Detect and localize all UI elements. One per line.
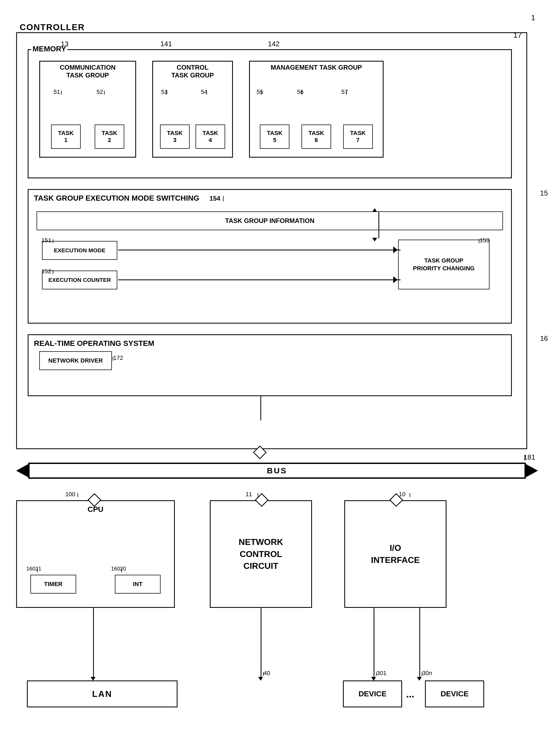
diagram-root: 1 17 CONTROLLER MEMORY 13 141 142 COMMUN… [11, 11, 549, 737]
tick-57 [346, 90, 347, 95]
tick-51 [61, 90, 62, 95]
ref-142: 142 [268, 40, 279, 48]
execution-mode-label: EXECUTION MODE [54, 247, 105, 253]
controller-title: CONTROLLER [20, 22, 85, 32]
arrow-priority-up [378, 211, 379, 238]
ref-52: 52 [97, 88, 103, 96]
arrowhead-counter-to-priority [393, 276, 398, 283]
ref-181: 181 [524, 453, 535, 462]
ref-13: 13 [61, 40, 68, 48]
tick-53 [166, 90, 166, 95]
device1-box: DEVICE [343, 680, 402, 707]
task-4-box: TASK4 [196, 124, 225, 149]
controller-box: CONTROLLER MEMORY 13 141 142 COMMUNICATI… [16, 32, 527, 449]
comm-tasks-row: TASK1 TASK2 [40, 122, 135, 151]
ref-16020: 16020 [111, 566, 126, 572]
execution-counter-box: EXECUTION COUNTER [42, 270, 117, 289]
tick-10 [409, 493, 410, 497]
tick-55 [261, 90, 262, 95]
bus-inner: BUS [29, 464, 524, 477]
dots: ... [406, 689, 414, 700]
arrowhead-to-priority [393, 246, 398, 253]
int-box: INT [115, 575, 161, 594]
bus-label: BUS [267, 466, 287, 475]
tick-16020 [121, 568, 122, 572]
network-driver-label: NETWORK DRIVER [48, 357, 103, 364]
bus-section: BUS 181 [16, 463, 538, 479]
tick-30n [422, 672, 422, 676]
device1-label: DEVICE [359, 690, 386, 698]
mgmt-task-group-box: MANAGEMENT TASK GROUP 55 56 57 TASK5 TAS… [249, 61, 383, 158]
ref-100: 100 [65, 491, 75, 498]
ref-40: 40 [264, 670, 270, 677]
rtos-box: REAL-TIME OPERATING SYSTEM NETWORK DRIVE… [28, 334, 512, 396]
ctrl-task-group-box: CONTROLTASK GROUP 53 54 TASK3 TASK4 [152, 61, 233, 158]
tg-info-label: TASK GROUP INFORMATION [225, 217, 315, 225]
vline-cpu-lan [93, 608, 94, 678]
ref-16: 16 [540, 334, 548, 343]
exec-mode-box: TASK GROUP EXECUTION MODE SWITCHING 154 … [28, 189, 512, 324]
ref-16021: 16021 [26, 566, 41, 572]
vline-rtos-to-bus [260, 396, 261, 420]
ref-56: 56 [297, 88, 303, 96]
execution-counter-label: EXECUTION COUNTER [48, 277, 111, 283]
tick-181 [524, 455, 525, 461]
arrowhead-io-dev2 [417, 677, 422, 681]
execution-mode-box: EXECUTION MODE [42, 241, 117, 260]
network-driver-box: NETWORK DRIVER [39, 351, 112, 370]
ref-51: 51 [54, 88, 60, 96]
task-1-box: TASK1 [51, 124, 81, 149]
mgmt-task-group-title: MANAGEMENT TASK GROUP [250, 62, 383, 74]
task-5-box: TASK5 [260, 124, 289, 149]
io-box: 10 I/OINTERFACE [344, 500, 446, 608]
tick-11 [258, 493, 258, 497]
timer-label: TIMER [44, 581, 62, 588]
ref-141: 141 [160, 40, 172, 48]
rtos-title: REAL-TIME OPERATING SYSTEM [28, 335, 511, 349]
tg-info-bar: TASK GROUP INFORMATION [37, 211, 503, 230]
tick-100 [78, 493, 78, 497]
tg-priority-box: TASK GROUPPRIORITY CHANGING [398, 240, 489, 289]
ref-1: 1 [531, 14, 535, 22]
int-label: INT [133, 581, 142, 588]
cpu-box: CPU 100 16021 16020 TIMER INT [16, 500, 175, 608]
arrow-counter-to-priority-h [118, 280, 400, 280]
task-7-box: TASK7 [343, 124, 373, 149]
vline-io-dev1 [374, 608, 375, 678]
ref-10: 10 [399, 491, 405, 498]
exec-mode-title: TASK GROUP EXECUTION MODE SWITCHING 154 [28, 190, 511, 204]
memory-box: MEMORY 13 141 142 COMMUNICATIONTASK GROU… [28, 49, 512, 178]
tick-52 [104, 90, 105, 95]
task-6-box: TASK6 [301, 124, 331, 149]
ref-172: 172 [113, 354, 123, 362]
ref-57: 57 [341, 88, 348, 96]
ctrl-task-group-title: CONTROLTASK GROUP [153, 62, 232, 81]
comm-task-group-box: COMMUNICATIONTASK GROUP 51 52 TASK1 TASK… [39, 61, 136, 158]
ref-55: 55 [257, 88, 263, 96]
tick-16021 [37, 568, 38, 572]
lan-box: LAN [27, 680, 178, 707]
task-2-box: TASK2 [95, 124, 124, 149]
lan-label: LAN [92, 689, 113, 699]
vline-io-dev2 [419, 608, 420, 678]
tick-172 [113, 357, 113, 361]
mgmt-tasks-row: TASK5 TASK6 TASK7 [250, 122, 383, 151]
arrowhead-down [372, 238, 377, 242]
bus-body: BUS [28, 463, 526, 479]
comm-task-group-title: COMMUNICATIONTASK GROUP [40, 62, 135, 81]
tick-40 [263, 672, 264, 676]
device2-label: DEVICE [441, 690, 468, 698]
ref-53: 53 [161, 88, 167, 96]
ref-15: 15 [540, 189, 548, 198]
ref-11: 11 [245, 491, 252, 498]
tick-54 [206, 90, 207, 95]
timer-box: TIMER [31, 575, 76, 594]
ncc-box: 11 NETWORKCONTROLCIRCUIT [210, 500, 312, 608]
ncc-title: NETWORKCONTROLCIRCUIT [211, 501, 311, 607]
bus-bar-container: BUS [16, 463, 538, 479]
ctrl-tasks-row: TASK3 TASK4 [153, 122, 232, 151]
device2-box: DEVICE [425, 680, 484, 707]
tick-56 [301, 90, 302, 95]
ref-30n: 30n [422, 670, 432, 677]
arrowhead-cpu-lan [91, 677, 96, 681]
